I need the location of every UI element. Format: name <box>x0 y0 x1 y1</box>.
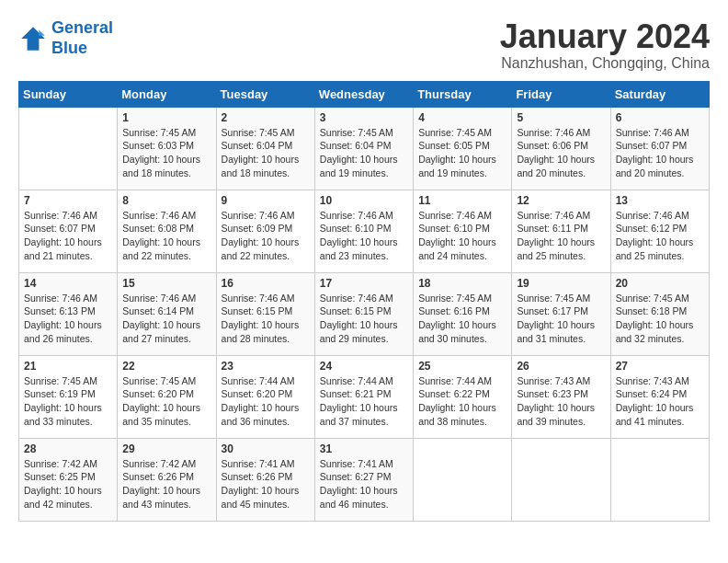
day-info: Sunrise: 7:46 AM Sunset: 6:14 PM Dayligh… <box>122 292 210 346</box>
day-info: Sunrise: 7:41 AM Sunset: 6:26 PM Dayligh… <box>222 457 310 511</box>
day-info: Sunrise: 7:46 AM Sunset: 6:13 PM Dayligh… <box>24 292 112 346</box>
week-row-3: 14Sunrise: 7:46 AM Sunset: 6:13 PM Dayli… <box>19 272 710 355</box>
day-number: 6 <box>616 111 704 124</box>
calendar-cell: 5Sunrise: 7:46 AM Sunset: 6:06 PM Daylig… <box>512 107 610 190</box>
day-number: 23 <box>222 360 310 373</box>
day-info: Sunrise: 7:46 AM Sunset: 6:10 PM Dayligh… <box>320 209 408 263</box>
location-subtitle: Nanzhushan, Chongqing, China <box>500 55 710 72</box>
week-row-1: 1Sunrise: 7:45 AM Sunset: 6:03 PM Daylig… <box>19 107 710 190</box>
weekday-header-sunday: Sunday <box>19 81 118 107</box>
day-info: Sunrise: 7:46 AM Sunset: 6:11 PM Dayligh… <box>517 209 605 263</box>
calendar-cell: 9Sunrise: 7:46 AM Sunset: 6:09 PM Daylig… <box>216 190 314 272</box>
calendar-cell <box>19 107 118 190</box>
day-info: Sunrise: 7:44 AM Sunset: 6:22 PM Dayligh… <box>418 374 506 429</box>
day-number: 28 <box>24 442 112 455</box>
weekday-header-monday: Monday <box>118 81 216 107</box>
day-number: 15 <box>122 277 210 290</box>
day-info: Sunrise: 7:41 AM Sunset: 6:27 PM Dayligh… <box>320 457 408 511</box>
day-info: Sunrise: 7:45 AM Sunset: 6:03 PM Dayligh… <box>122 126 210 180</box>
calendar-cell: 14Sunrise: 7:46 AM Sunset: 6:13 PM Dayli… <box>19 272 118 355</box>
calendar-cell <box>414 438 512 521</box>
day-number: 5 <box>517 111 605 124</box>
day-number: 4 <box>418 111 506 124</box>
logo-line2: Blue <box>51 39 87 57</box>
day-number: 2 <box>222 111 310 124</box>
day-info: Sunrise: 7:46 AM Sunset: 6:07 PM Dayligh… <box>24 209 112 263</box>
day-number: 16 <box>222 277 310 290</box>
day-info: Sunrise: 7:46 AM Sunset: 6:15 PM Dayligh… <box>320 292 408 346</box>
calendar-cell: 22Sunrise: 7:45 AM Sunset: 6:20 PM Dayli… <box>118 355 216 438</box>
day-info: Sunrise: 7:46 AM Sunset: 6:06 PM Dayligh… <box>517 126 605 180</box>
day-number: 9 <box>222 194 310 207</box>
day-number: 1 <box>122 111 210 124</box>
day-number: 18 <box>418 277 506 290</box>
day-info: Sunrise: 7:46 AM Sunset: 6:09 PM Dayligh… <box>222 209 310 263</box>
day-info: Sunrise: 7:46 AM Sunset: 6:15 PM Dayligh… <box>222 292 310 346</box>
calendar-cell: 16Sunrise: 7:46 AM Sunset: 6:15 PM Dayli… <box>216 272 314 355</box>
calendar-cell: 15Sunrise: 7:46 AM Sunset: 6:14 PM Dayli… <box>118 272 216 355</box>
calendar-cell: 3Sunrise: 7:45 AM Sunset: 6:04 PM Daylig… <box>314 107 413 190</box>
day-number: 29 <box>122 442 210 455</box>
calendar-cell: 30Sunrise: 7:41 AM Sunset: 6:26 PM Dayli… <box>216 438 314 521</box>
day-number: 12 <box>517 194 605 207</box>
day-number: 14 <box>24 277 112 290</box>
calendar-cell: 12Sunrise: 7:46 AM Sunset: 6:11 PM Dayli… <box>512 190 610 272</box>
calendar-cell: 24Sunrise: 7:44 AM Sunset: 6:21 PM Dayli… <box>314 355 413 438</box>
day-info: Sunrise: 7:45 AM Sunset: 6:05 PM Dayligh… <box>418 126 506 180</box>
day-number: 20 <box>616 277 704 290</box>
svg-marker-1 <box>39 29 44 35</box>
logo-line1: General <box>51 18 113 37</box>
day-info: Sunrise: 7:46 AM Sunset: 6:07 PM Dayligh… <box>616 126 704 180</box>
day-info: Sunrise: 7:45 AM Sunset: 6:16 PM Dayligh… <box>418 292 506 346</box>
calendar-cell: 26Sunrise: 7:43 AM Sunset: 6:23 PM Dayli… <box>512 355 610 438</box>
logo: General Blue <box>18 18 113 58</box>
day-number: 24 <box>320 360 408 373</box>
calendar-cell: 29Sunrise: 7:42 AM Sunset: 6:26 PM Dayli… <box>118 438 216 521</box>
calendar-cell: 18Sunrise: 7:45 AM Sunset: 6:16 PM Dayli… <box>414 272 512 355</box>
calendar-cell: 1Sunrise: 7:45 AM Sunset: 6:03 PM Daylig… <box>118 107 216 190</box>
weekday-header-saturday: Saturday <box>610 81 709 107</box>
day-info: Sunrise: 7:44 AM Sunset: 6:21 PM Dayligh… <box>320 374 408 429</box>
day-info: Sunrise: 7:46 AM Sunset: 6:08 PM Dayligh… <box>122 209 210 263</box>
day-info: Sunrise: 7:44 AM Sunset: 6:20 PM Dayligh… <box>222 374 310 429</box>
day-number: 13 <box>616 194 704 207</box>
day-number: 25 <box>418 360 506 373</box>
calendar-cell <box>610 438 709 521</box>
day-info: Sunrise: 7:43 AM Sunset: 6:24 PM Dayligh… <box>616 374 704 429</box>
day-number: 19 <box>517 277 605 290</box>
logo-text: General Blue <box>51 18 113 58</box>
day-info: Sunrise: 7:42 AM Sunset: 6:25 PM Dayligh… <box>24 457 112 511</box>
logo-icon <box>18 24 48 53</box>
day-number: 17 <box>320 277 408 290</box>
calendar-cell: 23Sunrise: 7:44 AM Sunset: 6:20 PM Dayli… <box>216 355 314 438</box>
calendar-cell: 19Sunrise: 7:45 AM Sunset: 6:17 PM Dayli… <box>512 272 610 355</box>
calendar-cell: 4Sunrise: 7:45 AM Sunset: 6:05 PM Daylig… <box>414 107 512 190</box>
month-title: January 2024 <box>500 18 710 55</box>
week-row-4: 21Sunrise: 7:45 AM Sunset: 6:19 PM Dayli… <box>19 355 710 438</box>
day-number: 21 <box>24 360 112 373</box>
calendar-cell: 31Sunrise: 7:41 AM Sunset: 6:27 PM Dayli… <box>314 438 413 521</box>
calendar-cell: 17Sunrise: 7:46 AM Sunset: 6:15 PM Dayli… <box>314 272 413 355</box>
day-info: Sunrise: 7:42 AM Sunset: 6:26 PM Dayligh… <box>122 457 210 511</box>
day-number: 8 <box>122 194 210 207</box>
weekday-header-tuesday: Tuesday <box>216 81 314 107</box>
day-info: Sunrise: 7:45 AM Sunset: 6:20 PM Dayligh… <box>122 374 210 429</box>
day-number: 31 <box>320 442 408 455</box>
day-info: Sunrise: 7:45 AM Sunset: 6:04 PM Dayligh… <box>222 126 310 180</box>
weekday-header-thursday: Thursday <box>414 81 512 107</box>
calendar-cell: 21Sunrise: 7:45 AM Sunset: 6:19 PM Dayli… <box>19 355 118 438</box>
calendar-cell: 2Sunrise: 7:45 AM Sunset: 6:04 PM Daylig… <box>216 107 314 190</box>
calendar-cell: 7Sunrise: 7:46 AM Sunset: 6:07 PM Daylig… <box>19 190 118 272</box>
day-number: 3 <box>320 111 408 124</box>
day-number: 7 <box>24 194 112 207</box>
day-info: Sunrise: 7:46 AM Sunset: 6:12 PM Dayligh… <box>616 209 704 263</box>
day-number: 10 <box>320 194 408 207</box>
day-number: 11 <box>418 194 506 207</box>
calendar-table: SundayMondayTuesdayWednesdayThursdayFrid… <box>18 81 710 522</box>
day-info: Sunrise: 7:45 AM Sunset: 6:17 PM Dayligh… <box>517 292 605 346</box>
calendar-cell: 20Sunrise: 7:45 AM Sunset: 6:18 PM Dayli… <box>610 272 709 355</box>
weekday-header-row: SundayMondayTuesdayWednesdayThursdayFrid… <box>19 81 710 107</box>
day-number: 30 <box>222 442 310 455</box>
day-number: 26 <box>517 360 605 373</box>
day-number: 22 <box>122 360 210 373</box>
